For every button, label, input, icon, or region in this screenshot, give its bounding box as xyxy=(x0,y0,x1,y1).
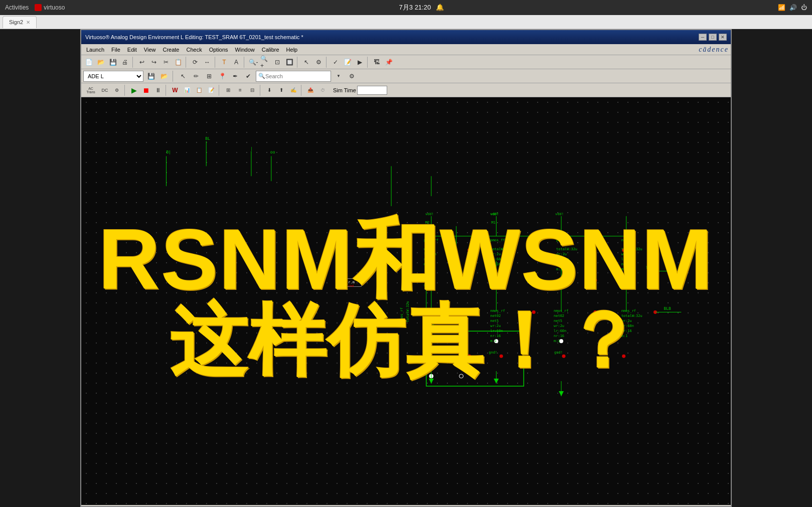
waveform-button[interactable]: W xyxy=(170,85,181,96)
import-button[interactable]: ⬇ xyxy=(264,85,275,96)
open-button[interactable]: 📂 xyxy=(95,57,106,68)
svg-point-30 xyxy=(622,355,625,358)
bell-icon[interactable]: 🔔 xyxy=(436,4,444,11)
select-tool-button[interactable]: ↖ xyxy=(178,71,189,82)
search-dropdown-button[interactable]: ▼ xyxy=(333,71,344,82)
run-sim-button[interactable]: ▶ xyxy=(128,85,139,96)
select-button[interactable]: ↖ xyxy=(301,57,312,68)
pin-button[interactable]: 📌 xyxy=(383,57,394,68)
zoom-select-button[interactable]: 🔲 xyxy=(284,57,295,68)
svg-point-24 xyxy=(532,310,536,314)
svg-text:vdd!: vdd! xyxy=(425,212,434,216)
svg-text:vdd!: vdd! xyxy=(490,212,499,216)
mirror-button[interactable]: ↔ xyxy=(202,57,213,68)
svg-text:totalW:32u: totalW:32u xyxy=(556,247,577,251)
add-wire-button[interactable]: T xyxy=(219,57,230,68)
svg-text:lr:60n: lr:60n xyxy=(424,252,436,256)
setup-button[interactable]: ⚙ xyxy=(111,85,122,96)
svg-text:wr:2u: wr:2u xyxy=(424,319,434,323)
check-button[interactable]: ✓ xyxy=(330,57,341,68)
zoom-fit-button[interactable]: ⊡ xyxy=(272,57,283,68)
add-note-button[interactable]: ✒ xyxy=(230,71,241,82)
pause-sim-button[interactable]: ⏸ xyxy=(152,85,164,96)
wire-tool-button[interactable]: ✏ xyxy=(191,71,202,82)
svg-text:m:1: m:1 xyxy=(490,339,497,343)
export-button[interactable]: ⬆ xyxy=(276,85,287,96)
check-and-save-button[interactable]: ✔ xyxy=(243,71,254,82)
menu-help[interactable]: Help xyxy=(283,46,301,54)
svg-text:net5: net5 xyxy=(490,319,499,323)
svg-text:nmos_rf: nmos_rf xyxy=(621,309,636,313)
minimize-button[interactable]: ─ xyxy=(699,34,707,41)
properties-button[interactable]: ⚙ xyxy=(313,57,324,68)
svg-text:M1: M1 xyxy=(491,221,495,225)
menu-create[interactable]: Create xyxy=(159,46,182,54)
undo-button[interactable]: ↩ xyxy=(136,57,147,68)
separator13 xyxy=(301,85,303,96)
dc-button[interactable]: DC xyxy=(99,85,110,96)
menu-file[interactable]: File xyxy=(108,46,123,54)
separator2 xyxy=(186,57,188,68)
zoom-out-button[interactable]: 🔍- xyxy=(248,57,259,68)
add-instance-button[interactable]: ⊞ xyxy=(204,71,215,82)
menu-options[interactable]: Options xyxy=(206,46,231,54)
table-button[interactable]: ⊞ xyxy=(223,85,234,96)
rotate-cw-button[interactable]: ⟳ xyxy=(190,57,201,68)
save-button[interactable]: 💾 xyxy=(107,57,118,68)
menu-launch[interactable]: Launch xyxy=(83,46,107,54)
menu-edit[interactable]: Edit xyxy=(124,46,140,54)
ade-select[interactable]: ADE L ADE XL xyxy=(83,71,143,82)
annotate-button[interactable]: ✍ xyxy=(288,85,299,96)
load-state-button[interactable]: 📂 xyxy=(158,71,170,82)
print-button[interactable]: 🖨 xyxy=(119,57,130,68)
menu-calibre[interactable]: Calibre xyxy=(259,46,282,54)
separator8 xyxy=(173,71,175,82)
results-browser-button[interactable]: 📋 xyxy=(194,85,205,96)
hierarchy-button[interactable]: 🏗 xyxy=(371,57,382,68)
tree-button[interactable]: ⊟ xyxy=(247,85,258,96)
canvas-area[interactable]: B| BL | oo xyxy=(81,97,731,505)
menu-check[interactable]: Check xyxy=(183,46,205,54)
svg-text:totalW:32u: totalW:32u xyxy=(490,247,511,251)
output-setup-button[interactable]: 📤 xyxy=(305,85,316,96)
svg-text:BL: BL xyxy=(205,136,210,141)
netlist-button[interactable]: 📝 xyxy=(342,57,353,68)
schematic-background: B| BL | oo xyxy=(81,97,731,505)
svg-text:lr:60n: lr:60n xyxy=(490,329,503,333)
zoom-in-button[interactable]: 🔍+ xyxy=(260,57,271,68)
calculator-button[interactable]: 📊 xyxy=(182,85,193,96)
search-input[interactable] xyxy=(265,73,320,79)
svg-text:wr:2u: wr:2u xyxy=(621,319,632,323)
run-button[interactable]: ▶ xyxy=(354,57,365,68)
browser-tab-sign2[interactable]: Sign2 ✕ xyxy=(3,16,37,28)
cut-button[interactable]: ✂ xyxy=(160,57,172,68)
maximize-button[interactable]: □ xyxy=(709,34,717,41)
menu-window[interactable]: Window xyxy=(232,46,258,54)
close-button[interactable]: ✕ xyxy=(719,34,727,41)
ac-trans-button[interactable]: ACTrans xyxy=(83,85,98,96)
svg-text:wr:2u: wr:2u xyxy=(424,247,434,251)
tab-close-icon[interactable]: ✕ xyxy=(26,20,30,25)
activities-label[interactable]: Activities xyxy=(5,4,29,11)
svg-text:wr:2u: wr:2u xyxy=(490,252,501,256)
volume-icon: 🔊 xyxy=(789,4,797,11)
search-options-button[interactable]: ⚙ xyxy=(346,71,357,82)
svg-point-26 xyxy=(562,355,566,358)
save-state-button[interactable]: 💾 xyxy=(145,71,156,82)
redo-button[interactable]: ↪ xyxy=(148,57,159,68)
new-file-button[interactable]: 📄 xyxy=(83,57,94,68)
menu-view[interactable]: View xyxy=(141,46,159,54)
list-button[interactable]: ≡ xyxy=(235,85,246,96)
add-pin-button[interactable]: 📍 xyxy=(217,71,228,82)
svg-text:m:1: m:1 xyxy=(621,334,628,338)
add-label-button[interactable]: A xyxy=(231,57,242,68)
stop-sim-button[interactable]: ⏹ xyxy=(140,85,151,96)
svg-text:net02: net02 xyxy=(424,277,434,281)
copy-button[interactable]: 📋 xyxy=(173,57,184,68)
log-button[interactable]: 📝 xyxy=(206,85,217,96)
svg-point-19 xyxy=(467,248,471,252)
svg-text:nr:16: nr:16 xyxy=(424,257,434,261)
sim-time-input[interactable] xyxy=(357,86,387,95)
svg-text:lr:60n: lr:60n xyxy=(554,329,566,333)
svg-point-25 xyxy=(562,278,566,282)
